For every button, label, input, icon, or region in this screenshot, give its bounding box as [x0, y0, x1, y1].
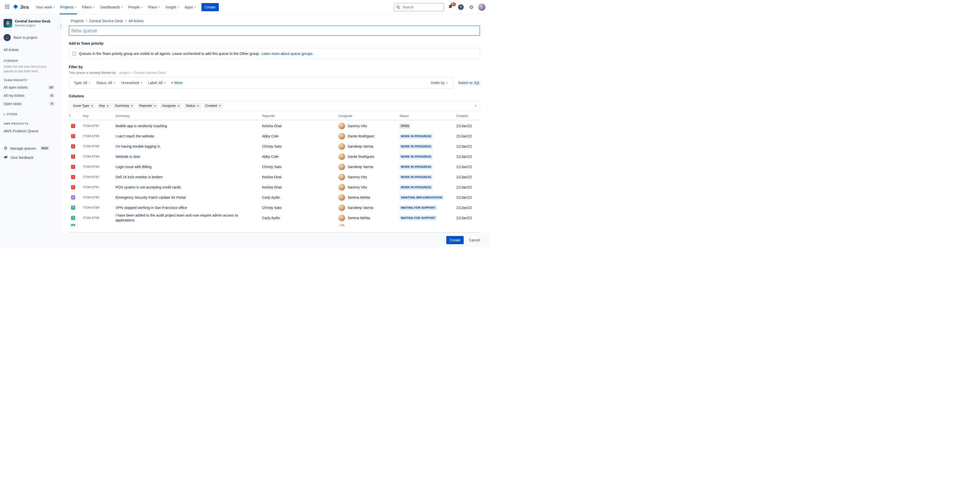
- table-row[interactable]: ITSM-6797 Mobile app is randomly crashin…: [69, 121, 480, 131]
- nav-menu-item[interactable]: Dashboards ▾: [97, 0, 125, 14]
- nav-menu-item[interactable]: Projects ▾: [57, 0, 79, 14]
- more-filters-button[interactable]: + More: [169, 79, 185, 86]
- remove-icon[interactable]: ×: [131, 104, 133, 108]
- nav-menu-item[interactable]: People ▾: [126, 0, 145, 14]
- remove-icon[interactable]: ×: [177, 104, 180, 108]
- remove-icon[interactable]: ×: [154, 104, 156, 108]
- help-button[interactable]: ?: [457, 3, 465, 11]
- issue-summary[interactable]: Mobile app is randomly crashing.: [116, 124, 262, 129]
- assignee-avatar: [339, 143, 345, 150]
- nav-menu-item[interactable]: Your work ▾: [33, 0, 57, 14]
- back-to-project[interactable]: ← Back to project: [0, 33, 61, 43]
- table-row[interactable]: ITSM-6790 Emergency Security Patch Updat…: [69, 192, 480, 203]
- search-input[interactable]: [394, 3, 444, 11]
- issue-summary[interactable]: I can't reach the website.: [116, 134, 262, 139]
- team-priority-checkbox[interactable]: [72, 52, 76, 56]
- issue-key[interactable]: ITSM-6797: [83, 124, 116, 128]
- switch-to-jql-link[interactable]: Switch to JQL: [458, 81, 480, 85]
- column-chip[interactable]: Status ×: [184, 103, 201, 109]
- issue-summary[interactable]: Login issue with Billing: [116, 165, 262, 169]
- breadcrumb-project-name[interactable]: Central Service Desk: [89, 19, 123, 23]
- filter-dropdown[interactable]: Type: All ▾: [70, 79, 93, 86]
- remove-icon[interactable]: ×: [107, 104, 109, 108]
- issue-key[interactable]: ITSM-6788: [83, 216, 116, 220]
- order-by-dropdown[interactable]: Order by ▾: [428, 79, 452, 86]
- column-header[interactable]: T: [69, 114, 83, 118]
- issue-reporter: Abby Cole: [262, 154, 339, 159]
- column-header[interactable]: Assignee: [339, 114, 399, 118]
- filter-dropdown[interactable]: Unresolved ▾: [118, 79, 145, 86]
- issue-key[interactable]: ITSM-6796: [83, 134, 116, 138]
- jira-logo[interactable]: Jira: [13, 4, 29, 11]
- remove-icon[interactable]: ×: [91, 104, 93, 108]
- table-row[interactable]: ITSM-6792 Dell 24 inch monitor is broken…: [69, 172, 480, 182]
- issue-summary[interactable]: POS system is not accepting credit cards: [116, 185, 262, 190]
- notifications-button[interactable]: 9+: [446, 3, 455, 11]
- column-chip[interactable]: Reporter ×: [137, 103, 158, 109]
- nav-menu-item[interactable]: Apps ▾: [182, 0, 198, 14]
- columns-multiselect[interactable]: Issue Type × Key × Summary ×: [69, 101, 480, 111]
- issue-summary[interactable]: Dell 24 inch monitor is broken: [116, 175, 262, 179]
- cancel-button[interactable]: Cancel: [469, 238, 480, 242]
- table-row[interactable]: ITSM-6789 VPN stopped working in San Fra…: [69, 203, 480, 213]
- profile-button[interactable]: [478, 3, 486, 11]
- filter-dropdown[interactable]: Label: All ▾: [145, 79, 169, 86]
- issue-key[interactable]: ITSM-6795: [83, 144, 116, 149]
- prefilter-value: project = "Central Service Desk": [119, 71, 167, 75]
- other-section-toggle[interactable]: › OTHER: [0, 108, 61, 117]
- column-chip[interactable]: Issue Type ×: [71, 103, 95, 109]
- nav-menu-item[interactable]: Insight ▾: [162, 0, 182, 14]
- table-row[interactable]: ITSM-6796 I can't reach the website. Abb…: [69, 131, 480, 141]
- create-queue-button[interactable]: Create: [446, 236, 464, 244]
- issue-key[interactable]: ITSM-6789: [83, 205, 116, 210]
- sidebar-queue-item[interactable]: All open tickets 19: [0, 83, 61, 92]
- column-chip[interactable]: Summary ×: [113, 103, 135, 109]
- issue-summary[interactable]: Website is slow: [116, 154, 262, 159]
- sidebar-queue-item[interactable]: All my tickets 5: [0, 92, 61, 100]
- sidebar-item-all-tickets[interactable]: All tickets: [0, 46, 61, 54]
- column-chip[interactable]: Key ×: [97, 103, 111, 109]
- sidebar-collapse-button[interactable]: ‹: [58, 22, 64, 28]
- filter-dropdown[interactable]: Status: All ▾: [93, 79, 118, 86]
- issue-summary[interactable]: I have been added to the audit project t…: [116, 213, 262, 223]
- issue-key[interactable]: ITSM-6791: [83, 185, 116, 189]
- global-create-button[interactable]: Create: [201, 3, 219, 11]
- column-header[interactable]: Created: [456, 114, 480, 118]
- issue-key[interactable]: ITSM-6794: [83, 154, 116, 159]
- queue-name-input[interactable]: [69, 25, 480, 36]
- table-row[interactable]: ITSM-6793 Login issue with Billing Chris…: [69, 162, 480, 172]
- manage-queues-item[interactable]: ⚙ Manage queues NEW: [0, 144, 61, 153]
- issue-key[interactable]: ITSM-6793: [83, 165, 116, 169]
- remove-icon[interactable]: ×: [219, 104, 221, 108]
- sidebar-queue-item[interactable]: Open tasks 0: [0, 100, 61, 108]
- issue-type-cell: [69, 175, 83, 179]
- column-header[interactable]: Summary: [116, 114, 262, 118]
- issue-summary[interactable]: VPN stopped working in San Francisco off…: [116, 205, 262, 210]
- nav-menu-item[interactable]: Filters ▾: [79, 0, 97, 14]
- issue-type-cell: [69, 195, 83, 200]
- table-row[interactable]: ITSM-6794 Website is slow Abby Cole Dant…: [69, 151, 480, 162]
- nav-menu-item[interactable]: Plans ▾: [145, 0, 162, 14]
- column-chip[interactable]: Assignee ×: [160, 103, 182, 109]
- issue-key[interactable]: ITSM-6792: [83, 175, 116, 179]
- sidebar-item-aws-products-queue[interactable]: AWS Products Queue: [0, 127, 61, 135]
- column-header[interactable]: Status: [399, 114, 456, 118]
- give-feedback-item[interactable]: Give feedback: [0, 153, 61, 162]
- column-header[interactable]: Reporter: [262, 114, 339, 118]
- table-row[interactable]: ITSM-6795 I'm having trouble logging in.…: [69, 141, 480, 151]
- settings-button[interactable]: ⚙: [467, 3, 476, 11]
- table-row[interactable]: ITSM-6788 I have been added to the audit…: [69, 213, 480, 223]
- breadcrumb-projects[interactable]: Projects: [71, 19, 84, 23]
- back-to-project-label: Back to project: [14, 35, 37, 40]
- column-chip[interactable]: Created ×: [203, 103, 223, 109]
- issue-summary[interactable]: Emergency Security Patch Update for Port…: [116, 195, 262, 200]
- breadcrumb-all-tickets[interactable]: All tickets: [129, 19, 144, 23]
- issue-summary[interactable]: I'm having trouble logging in.: [116, 144, 262, 149]
- remove-icon[interactable]: ×: [197, 104, 199, 108]
- issue-key[interactable]: ITSM-6790: [83, 195, 116, 200]
- queue-groups-learn-more-link[interactable]: Learn more about queue groups.: [261, 52, 313, 56]
- app-switcher-button[interactable]: [3, 3, 11, 11]
- table-row[interactable]: ITSM-6791 POS system is not accepting cr…: [69, 182, 480, 192]
- issue-assignee: Sandeep Varma: [339, 143, 399, 150]
- column-header[interactable]: Key: [83, 114, 116, 118]
